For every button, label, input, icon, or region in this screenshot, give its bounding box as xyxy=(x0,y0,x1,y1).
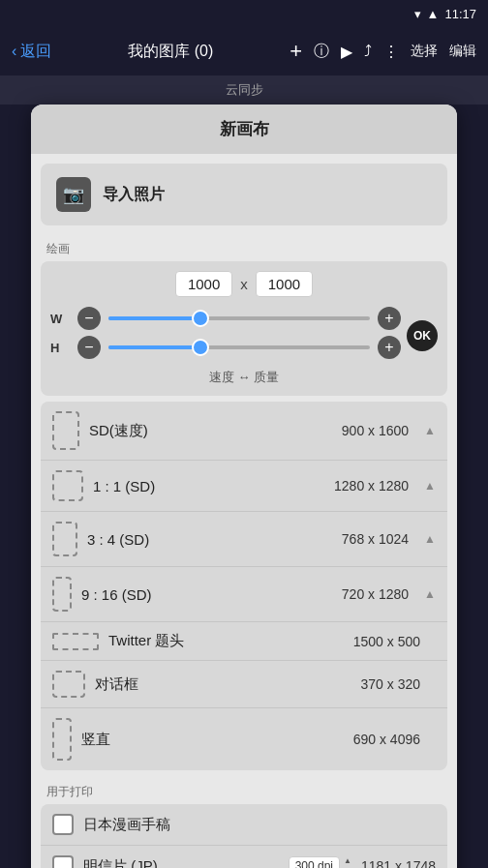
import-photo-label: 导入照片 xyxy=(103,185,165,205)
print-item[interactable]: 明信片 (JP) 300 dpi ▲ ▼ 1181 x 1748 xyxy=(41,846,447,868)
w-label: W xyxy=(50,312,70,326)
info-button[interactable]: ⓘ xyxy=(314,42,329,62)
print-item[interactable]: 日本漫画手稿 xyxy=(41,804,447,846)
back-chevron-icon: ‹ xyxy=(12,43,16,60)
status-bar: ▾ ▲ 11:17 xyxy=(0,0,488,27)
back-button[interactable]: ‹ 返回 xyxy=(12,42,51,62)
print-list: 日本漫画手稿 明信片 (JP) 300 dpi ▲ ▼ 1181 x 1748 … xyxy=(41,804,447,868)
preset-item[interactable]: Twitter 题头 1500 x 500 xyxy=(41,622,447,661)
preset-thumb-dialog xyxy=(52,671,85,698)
width-slider-row: W − + xyxy=(50,307,401,330)
preset-size-11: 1280 x 1280 xyxy=(334,478,409,494)
preset-thumb-sd xyxy=(52,411,79,450)
preset-name-916: 9 : 16 (SD) xyxy=(81,586,332,603)
height-plus-button[interactable]: + xyxy=(378,336,401,359)
height-slider-row: H − + xyxy=(50,336,401,359)
preset-size-916: 720 x 1280 xyxy=(342,586,409,602)
back-label: 返回 xyxy=(20,42,51,62)
preset-item[interactable]: 3 : 4 (SD) 768 x 1024 ▲ xyxy=(41,512,447,567)
height-minus-button[interactable]: − xyxy=(77,336,101,359)
status-icons: ▾ ▲ 11:17 xyxy=(414,7,476,21)
preset-item[interactable]: SD(速度) 900 x 1600 ▲ xyxy=(41,402,447,461)
nav-actions: + ⓘ ▶ ⤴ ⋮ 选择 编辑 xyxy=(290,39,476,64)
speed-quality-label: 速度 ↔ 质量 xyxy=(50,369,438,386)
width-plus-button[interactable]: + xyxy=(378,307,401,330)
new-canvas-modal: 新画布 📷 导入照片 绘画 1000 x 1000 W − + xyxy=(31,105,457,868)
preset-size-twitter: 1500 x 500 xyxy=(353,634,420,649)
preset-size-34: 768 x 1024 xyxy=(342,531,409,547)
cloud-sync-bar: 云同步 xyxy=(0,75,488,105)
preset-list: SD(速度) 900 x 1600 ▲ 1 : 1 (SD) 1280 x 12… xyxy=(41,402,447,770)
postcard-dpi-control[interactable]: 300 dpi ▲ ▼ xyxy=(289,856,351,868)
preset-thumb-vertical xyxy=(52,718,72,761)
nav-bar: ‹ 返回 我的图库 (0) + ⓘ ▶ ⤴ ⋮ 选择 编辑 xyxy=(0,27,488,75)
camera-icon: 📷 xyxy=(56,177,91,212)
painting-section-label: 绘画 xyxy=(31,235,457,261)
preset-thumb-916 xyxy=(52,577,72,612)
postcard-dpi-badge[interactable]: 300 dpi xyxy=(289,856,340,868)
postcard-size: 1181 x 1748 xyxy=(361,858,436,868)
preset-arrow-icon: ▲ xyxy=(424,424,436,437)
dimensions-area: 1000 x 1000 W − + H − xyxy=(41,261,447,396)
height-value[interactable]: 1000 xyxy=(256,271,313,297)
manga-checkbox[interactable] xyxy=(52,814,74,835)
modal-title: 新画布 xyxy=(31,105,457,154)
preset-thumb-twitter xyxy=(52,633,99,650)
width-value[interactable]: 1000 xyxy=(175,271,232,297)
play-button[interactable]: ▶ xyxy=(341,43,352,61)
preset-item[interactable]: 对话框 370 x 320 xyxy=(41,661,447,708)
add-button[interactable]: + xyxy=(290,39,302,64)
preset-name-34: 3 : 4 (SD) xyxy=(87,531,332,548)
preset-name-vertical: 竖直 xyxy=(81,731,344,749)
print-name-manga: 日本漫画手稿 xyxy=(83,816,436,834)
dim-separator: x xyxy=(240,276,248,292)
preset-item[interactable]: 竖直 690 x 4096 xyxy=(41,708,447,770)
width-minus-button[interactable]: − xyxy=(77,307,101,330)
select-button[interactable]: 选择 xyxy=(411,43,438,60)
preset-name-twitter: Twitter 题头 xyxy=(108,632,344,650)
width-slider[interactable] xyxy=(108,316,370,320)
preset-name-dialog: 对话框 xyxy=(95,675,351,694)
preset-size-sd: 900 x 1600 xyxy=(342,423,409,438)
postcard-checkbox[interactable] xyxy=(52,855,74,868)
h-label: H xyxy=(50,341,70,355)
postcard-dpi-arrows[interactable]: ▲ ▼ xyxy=(344,857,351,868)
time-display: 11:17 xyxy=(444,7,476,21)
share-button[interactable]: ⤴ xyxy=(364,43,372,60)
preset-arrow-icon: ▲ xyxy=(424,532,436,546)
preset-thumb-11 xyxy=(52,470,83,501)
preset-arrow-icon: ▲ xyxy=(424,479,436,493)
height-slider[interactable] xyxy=(108,345,370,349)
print-section-label: 用于打印 xyxy=(31,776,457,804)
print-name-postcard: 明信片 (JP) xyxy=(83,857,279,869)
edit-button[interactable]: 编辑 xyxy=(449,43,476,60)
preset-arrow-icon: ▲ xyxy=(424,587,436,601)
import-photo-section[interactable]: 📷 导入照片 xyxy=(41,164,447,225)
preset-size-dialog: 370 x 320 xyxy=(361,676,421,692)
wifi-icon: ▾ xyxy=(414,7,421,21)
preset-item[interactable]: 9 : 16 (SD) 720 x 1280 ▲ xyxy=(41,567,447,622)
dimensions-ok-button[interactable]: OK xyxy=(407,320,438,351)
postcard-dpi-up[interactable]: ▲ xyxy=(344,857,351,865)
preset-item[interactable]: 1 : 1 (SD) 1280 x 1280 ▲ xyxy=(41,461,447,512)
preset-size-vertical: 690 x 4096 xyxy=(353,732,420,747)
preset-name-11: 1 : 1 (SD) xyxy=(93,478,324,494)
more-button[interactable]: ⋮ xyxy=(383,43,399,61)
preset-thumb-34 xyxy=(52,522,77,556)
nav-title: 我的图库 (0) xyxy=(51,42,290,62)
signal-icon: ▲ xyxy=(427,7,440,21)
postcard-dpi-value: 300 dpi xyxy=(295,859,333,868)
cloud-sync-label: 云同步 xyxy=(226,81,263,99)
preset-name-sd: SD(速度) xyxy=(89,422,332,440)
dim-values-row: 1000 x 1000 xyxy=(50,271,438,297)
